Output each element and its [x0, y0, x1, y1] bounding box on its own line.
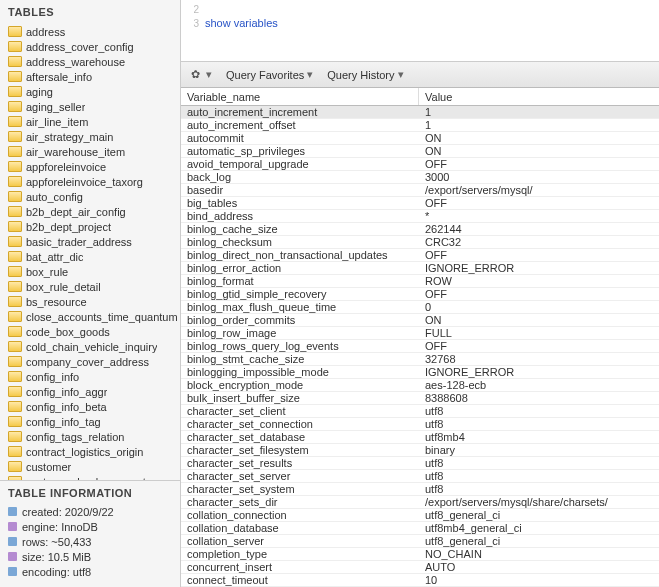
sidebar-table-item[interactable]: config_info_aggr [8, 384, 178, 399]
sidebar-table-item[interactable]: auto_config [8, 189, 178, 204]
table-row[interactable]: binlog_error_actionIGNORE_ERROR [181, 262, 659, 275]
table-row[interactable]: completion_typeNO_CHAIN [181, 548, 659, 561]
cell-variable-name: auto_increment_offset [181, 119, 419, 131]
column-value[interactable]: Value [419, 88, 659, 105]
table-row[interactable]: binlog_cache_size262144 [181, 223, 659, 236]
table-row[interactable]: binlog_row_imageFULL [181, 327, 659, 340]
editor-line[interactable]: 3show variables [181, 16, 659, 30]
sidebar-table-item[interactable]: aging [8, 84, 178, 99]
sidebar-table-item[interactable]: air_strategy_main [8, 129, 178, 144]
sidebar-table-item[interactable]: air_line_item [8, 114, 178, 129]
table-row[interactable]: character_set_resultsutf8 [181, 457, 659, 470]
table-row[interactable]: binlog_direct_non_transactional_updatesO… [181, 249, 659, 262]
table-info-row: encoding: utf8 [8, 564, 172, 579]
cell-variable-name: character_set_filesystem [181, 444, 419, 456]
table-row[interactable]: binlog_max_flush_queue_time0 [181, 301, 659, 314]
table-icon [8, 356, 22, 367]
table-row[interactable]: block_encryption_modeaes-128-ecb [181, 379, 659, 392]
sidebar-table-item[interactable]: config_info_beta [8, 399, 178, 414]
table-row[interactable]: back_log3000 [181, 171, 659, 184]
cell-value: utf8 [419, 457, 659, 469]
table-name-label: air_strategy_main [26, 131, 113, 143]
table-name-label: contract_logistics_origin [26, 446, 143, 458]
table-row[interactable]: big_tablesOFF [181, 197, 659, 210]
table-row[interactable]: binlog_stmt_cache_size32768 [181, 353, 659, 366]
sidebar-table-item[interactable]: customer [8, 459, 178, 474]
editor-line[interactable]: 2 [181, 2, 659, 16]
table-row[interactable]: collation_connectionutf8_general_ci [181, 509, 659, 522]
cell-value: 32768 [419, 353, 659, 365]
table-row[interactable]: collation_databaseutf8mb4_general_ci [181, 522, 659, 535]
table-row[interactable]: binlogging_impossible_modeIGNORE_ERROR [181, 366, 659, 379]
column-variable-name[interactable]: Variable_name [181, 88, 419, 105]
table-row[interactable]: character_set_clientutf8 [181, 405, 659, 418]
cell-value: 0 [419, 301, 659, 313]
sidebar-table-item[interactable]: appforeleinvoice_taxorg [8, 174, 178, 189]
table-row[interactable]: binlog_formatROW [181, 275, 659, 288]
table-row[interactable]: character_set_serverutf8 [181, 470, 659, 483]
gear-menu[interactable]: ✿ ▾ [187, 67, 212, 83]
table-row[interactable]: collation_serverutf8_general_ci [181, 535, 659, 548]
table-name-label: aging_seller [26, 101, 85, 113]
table-icon [8, 311, 22, 322]
table-name-label: b2b_dept_air_config [26, 206, 126, 218]
table-info-row: size: 10.5 MiB [8, 549, 172, 564]
sidebar-table-item[interactable]: config_info [8, 369, 178, 384]
sidebar-table-item[interactable]: config_tags_relation [8, 429, 178, 444]
table-row[interactable]: binlog_checksumCRC32 [181, 236, 659, 249]
sidebar-table-item[interactable]: box_rule [8, 264, 178, 279]
table-row[interactable]: bulk_insert_buffer_size8388608 [181, 392, 659, 405]
sidebar-table-item[interactable]: bs_resource [8, 294, 178, 309]
table-row[interactable]: character_set_filesystembinary [181, 444, 659, 457]
sidebar-table-item[interactable]: address_cover_config [8, 39, 178, 54]
table-row[interactable]: auto_increment_increment1 [181, 106, 659, 119]
table-icon [8, 116, 22, 127]
sidebar-table-item[interactable]: close_accounts_time_quantum [8, 309, 178, 324]
table-information-title: TABLE INFORMATION [8, 487, 172, 499]
table-row[interactable]: avoid_temporal_upgradeOFF [181, 158, 659, 171]
sidebar-table-item[interactable]: contract_logistics_origin [8, 444, 178, 459]
results-header: Variable_name Value [181, 88, 659, 106]
table-row[interactable]: basedir/export/servers/mysql/ [181, 184, 659, 197]
sql-editor[interactable]: 23show variables [181, 0, 659, 62]
sidebar-table-item[interactable]: b2b_dept_project [8, 219, 178, 234]
sidebar-table-item[interactable]: aging_seller [8, 99, 178, 114]
cell-variable-name: binlog_gtid_simple_recovery [181, 288, 419, 300]
sidebar-table-item[interactable]: bat_attr_dic [8, 249, 178, 264]
table-name-label: cold_chain_vehicle_inquiry [26, 341, 157, 353]
sidebar-table-item[interactable]: basic_trader_address [8, 234, 178, 249]
table-row[interactable]: binlog_order_commitsON [181, 314, 659, 327]
sidebar-table-item[interactable]: air_warehouse_item [8, 144, 178, 159]
table-row[interactable]: character_set_systemutf8 [181, 483, 659, 496]
sidebar-table-item[interactable]: appforeleinvoice [8, 159, 178, 174]
sidebar-table-item[interactable]: code_box_goods [8, 324, 178, 339]
cell-value: NO_CHAIN [419, 548, 659, 560]
cell-value: utf8 [419, 418, 659, 430]
table-row[interactable]: binlog_gtid_simple_recoveryOFF [181, 288, 659, 301]
tables-list[interactable]: addressaddress_cover_configaddress_wareh… [0, 24, 180, 480]
table-row[interactable]: binlog_rows_query_log_eventsOFF [181, 340, 659, 353]
sidebar-table-item[interactable]: company_cover_address [8, 354, 178, 369]
cell-value: IGNORE_ERROR [419, 366, 659, 378]
table-row[interactable]: connect_timeout10 [181, 574, 659, 587]
info-text: encoding: utf8 [22, 566, 91, 578]
sidebar-table-item[interactable]: box_rule_detail [8, 279, 178, 294]
sidebar-table-item[interactable]: config_info_tag [8, 414, 178, 429]
sidebar-table-item[interactable]: cold_chain_vehicle_inquiry [8, 339, 178, 354]
table-row[interactable]: autocommitON [181, 132, 659, 145]
table-row[interactable]: bind_address* [181, 210, 659, 223]
table-row[interactable]: concurrent_insertAUTO [181, 561, 659, 574]
sidebar-table-item[interactable]: b2b_dept_air_config [8, 204, 178, 219]
table-row[interactable]: automatic_sp_privilegesON [181, 145, 659, 158]
table-row[interactable]: character_sets_dir/export/servers/mysql/… [181, 496, 659, 509]
table-row[interactable]: auto_increment_offset1 [181, 119, 659, 132]
sidebar-table-item[interactable]: address_warehouse [8, 54, 178, 69]
results-grid[interactable]: auto_increment_increment1auto_increment_… [181, 106, 659, 587]
query-history-menu[interactable]: Query History ▾ [327, 68, 403, 81]
sidebar-table-item[interactable]: aftersale_info [8, 69, 178, 84]
query-favorites-menu[interactable]: Query Favorites ▾ [226, 68, 313, 81]
sidebar-table-item[interactable]: address [8, 24, 178, 39]
table-row[interactable]: character_set_connectionutf8 [181, 418, 659, 431]
table-row[interactable]: character_set_databaseutf8mb4 [181, 431, 659, 444]
table-icon [8, 26, 22, 37]
